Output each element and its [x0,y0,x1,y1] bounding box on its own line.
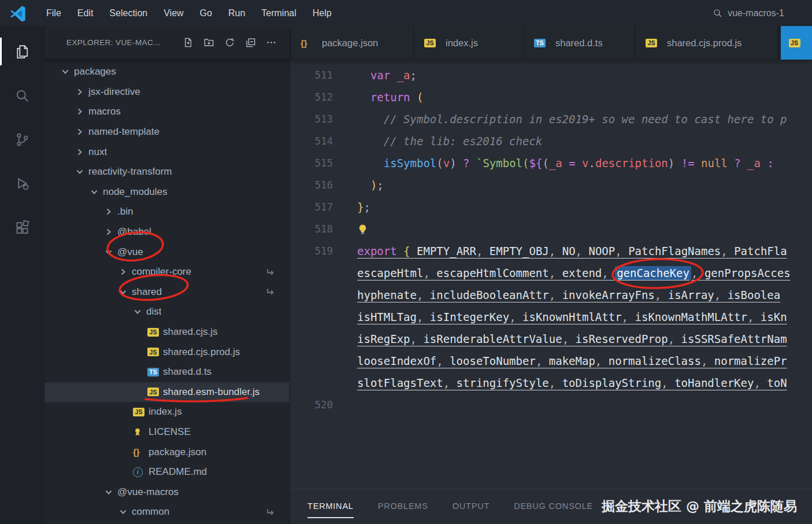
tree-item-shared.esm-bundler.js[interactable]: JSshared.esm-bundler.js [45,382,290,403]
code-line: isHTMLTag, isIntegerKey, isKnownHtmlAttr… [290,306,812,328]
menu-file[interactable]: File [38,0,69,26]
tab-label: shared.cjs.prod.js [667,38,741,49]
tree-item-.bin[interactable]: .bin [45,202,290,222]
tab-shared.d.ts[interactable]: TSshared.d.ts [524,26,635,60]
tree-item-macros[interactable]: macros [45,102,290,122]
code-line: 515 isSymbol(v) ? `Symbol(${(_a = v.desc… [290,152,812,174]
code-text: // Symbol.description in es2019+ so we n… [357,113,787,126]
js-file-icon: JS [646,39,661,47]
tree-item-compiler-core[interactable]: compiler-core [45,262,290,282]
menu-view[interactable]: View [155,0,191,26]
tree-item-label: @vue [117,246,143,258]
chevron-down-icon [133,307,146,316]
menu-selection[interactable]: Selection [101,0,155,26]
tree-item-common[interactable]: common [45,502,290,522]
chevron-down-icon [61,67,74,76]
tree-item-label: shared.cjs.js [163,326,217,338]
code-line: 511 var _a; [290,64,812,86]
tree-item-license[interactable]: LICENSE [45,422,290,442]
js-file-icon: JS [789,39,804,47]
lightbulb-icon[interactable] [357,224,371,235]
activity-source-control[interactable] [0,117,45,161]
tree-item-label: macros [88,106,121,117]
tree-item-named-template[interactable]: named-template [45,122,290,142]
panel-tab-debug-console[interactable]: DEBUG CONSOLE [514,495,593,518]
tree-item-label: LICENSE [149,426,191,438]
readme-file-icon: i [133,467,149,477]
new-folder-icon[interactable] [203,37,214,48]
panel-tab-problems[interactable]: PROBLEMS [378,495,428,518]
js-file-icon: JS [424,39,440,47]
tree-item-shared.cjs.js[interactable]: JSshared.cjs.js [45,322,290,342]
tree-item-@vue[interactable]: @vue [45,242,290,262]
code-area[interactable]: 511 var _a;512 return (513 // Symbol.des… [290,60,812,489]
line-number: 513 [290,113,333,125]
tab-active-file[interactable]: JS [781,26,812,60]
code-text: isRegExp, isRenderableAttrValue, isReser… [357,333,787,345]
highlighted-symbol: genCacheKey [615,266,691,280]
menu-help[interactable]: Help [305,0,340,26]
activity-extensions[interactable] [0,205,45,249]
tree-item-shared.cjs.prod.js[interactable]: JSshared.cjs.prod.js [45,342,290,362]
chevron-right-icon [75,107,88,116]
collapse-all-icon[interactable] [245,37,256,48]
menu-terminal[interactable]: Terminal [253,0,304,26]
tree-item-label: shared.cjs.prod.js [163,346,240,358]
code-text: slotFlagsText, stringifyStyle, toDisplay… [357,377,787,389]
watermark-text: 掘金技术社区 @ 前端之虎陈随易 [602,497,797,515]
menu-run[interactable]: Run [220,0,253,26]
js-file-icon: JS [147,348,163,356]
js-file-icon: JS [147,328,163,337]
tree-item-package.json[interactable]: {}package.json [45,442,290,462]
tree-item-dist[interactable]: dist [45,302,290,322]
vscode-logo-icon [9,5,27,22]
code-line: isRegExp, isRenderableAttrValue, isReser… [290,328,812,350]
tree-item-packages[interactable]: packages [45,62,290,82]
tab-index.js[interactable]: JSindex.js [414,26,524,60]
panel-tab-terminal[interactable]: TERMINAL [307,495,354,518]
tree-item-jsx-directive[interactable]: jsx-directive [45,82,290,102]
tab-label: shared.d.ts [555,38,603,49]
search-icon [713,8,722,18]
tree-item-reactivity-transform[interactable]: reactivity-transform [45,162,290,182]
tree-item-node_modules[interactable]: node_modules [45,182,290,202]
json-file-icon: {} [133,447,149,457]
code-line: 517}; [290,196,812,218]
tree-item-@vue-macros[interactable]: @vue-macros [45,482,290,502]
tree-item-shared.d.ts[interactable]: TSshared.d.ts [45,362,290,382]
tab-package.json[interactable]: {}package.json [290,26,414,60]
run-debug-icon [14,176,30,191]
chevron-down-icon [118,287,132,297]
activity-run-debug[interactable] [0,161,45,205]
more-icon[interactable] [266,37,277,48]
tree-item-@babel[interactable]: @babel [45,222,290,242]
new-file-icon[interactable] [183,37,194,48]
activity-search[interactable] [0,73,45,117]
refresh-icon[interactable] [224,37,235,48]
sidebar-title: EXPLORER: VUE-MAC... [66,38,161,47]
tree-item-nuxt[interactable]: nuxt [45,142,290,162]
tree-item-label: named-template [88,126,160,138]
chevron-down-icon [75,167,88,176]
menu-edit[interactable]: Edit [69,0,102,26]
code-line: slotFlagsText, stringifyStyle, toDisplay… [290,372,812,394]
panel-tab-output[interactable]: OUTPUT [453,495,490,518]
chevron-right-icon [118,267,132,276]
explorer-icon [14,43,31,60]
tree-item-index.js[interactable]: JSindex.js [45,402,290,422]
sidebar-actions [183,37,277,48]
tree-item-label: @babel [117,226,151,238]
code-line: escapeHtml, escapeHtmlComment, extend, g… [290,262,812,284]
line-number: 515 [290,157,333,169]
activity-explorer[interactable] [0,29,45,73]
tree-item-shared[interactable]: shared [45,282,290,302]
code-line: looseIndexOf, looseToNumber, makeMap, no… [290,350,812,372]
code-text: isHTMLTag, isIntegerKey, isKnownHtmlAttr… [357,311,787,323]
tree-item-readme.md[interactable]: iREADME.md [45,462,290,482]
main-area: EXPLORER: VUE-MAC... packagesjsx-directi… [0,26,812,524]
global-search[interactable]: vue-macros-1 [713,8,784,19]
menu-go[interactable]: Go [192,0,220,26]
chevron-right-icon [104,207,117,216]
chevron-down-icon [104,488,117,497]
tab-shared.cjs.prod.js[interactable]: JSshared.cjs.prod.js [635,26,778,60]
